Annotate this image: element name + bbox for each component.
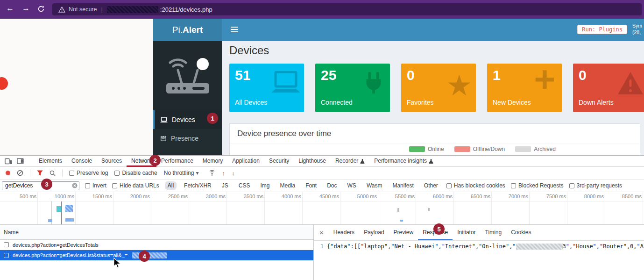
presence-panel: Device presence over time Online Offline… xyxy=(229,123,640,155)
checkbox[interactable] xyxy=(511,183,516,188)
disable-cache-checkbox[interactable]: Disable cache xyxy=(114,170,157,176)
chart-legend: Online Offline/Down Archived xyxy=(409,146,556,152)
request-checkbox[interactable] xyxy=(4,253,9,258)
filter-type-css[interactable]: CSS xyxy=(236,181,253,190)
tab-recorder[interactable]: Recorder xyxy=(331,156,369,167)
card-value: 0 xyxy=(407,67,415,83)
corner-line1: Sym xyxy=(632,22,644,29)
checkbox[interactable] xyxy=(446,183,452,188)
response-viewer[interactable]: 1 {"data":[["laptop","Net - Huawei","Int… xyxy=(314,241,644,250)
tab-sources[interactable]: Sources xyxy=(97,156,127,167)
dock-side-icon[interactable] xyxy=(17,158,24,164)
filter-type-manifest[interactable]: Manifest xyxy=(389,181,416,190)
tab-performance-insights[interactable]: Performance insights xyxy=(369,156,438,167)
card-favorites[interactable]: 0 ★ Favorites xyxy=(401,64,476,112)
request-detail-panel: × Headers Payload Preview Response Initi… xyxy=(314,225,644,280)
close-icon[interactable]: × xyxy=(319,229,324,237)
search-icon[interactable] xyxy=(50,170,56,176)
filter-type-font[interactable]: Font xyxy=(303,181,319,190)
legend-offline[interactable]: Offline/Down xyxy=(454,146,505,152)
card-new-devices[interactable]: 1 + New Devices xyxy=(487,64,562,112)
request-table-header[interactable]: Name xyxy=(0,225,313,240)
preserve-log-checkbox[interactable]: Preserve log xyxy=(69,170,108,176)
timeline-tick: 5500 ms xyxy=(378,194,415,199)
tab-performance[interactable]: Performance xyxy=(156,156,198,167)
filter-type-media[interactable]: Media xyxy=(277,181,298,190)
hide-data-urls-checkbox[interactable]: Hide data URLs xyxy=(112,182,159,189)
filter-type-fetch-xhr[interactable]: Fetch/XHR xyxy=(181,181,214,190)
panel-divider xyxy=(230,144,640,144)
filter-type-other[interactable]: Other xyxy=(421,181,441,190)
filter-type-doc[interactable]: Doc xyxy=(324,181,340,190)
throttling-dropdown[interactable]: No throttling▾ xyxy=(164,170,199,176)
network-bottom-split: Name devices.php?action=getDevicesTotals… xyxy=(0,225,644,280)
sidebar-item-presence-label: Presence xyxy=(171,135,198,142)
card-label: All Devices xyxy=(235,99,267,106)
filter-type-js[interactable]: JS xyxy=(219,181,231,190)
request-name: devices.php?action=getDevicesTotals xyxy=(13,242,99,248)
has-blocked-cookies-checkbox[interactable]: Has blocked cookies xyxy=(446,182,505,189)
legend-label: Archived xyxy=(534,146,556,152)
request-row[interactable]: devices.php?action=getDevicesTotals xyxy=(0,240,313,250)
third-party-requests-checkbox[interactable]: 3rd-party requests xyxy=(569,182,622,189)
timeline-activity-dot xyxy=(428,208,430,211)
tab-security[interactable]: Security xyxy=(264,156,294,167)
app-brand[interactable]: Pi.Alert xyxy=(153,19,222,41)
filter-type-ws[interactable]: WS xyxy=(345,181,359,190)
import-har-icon[interactable]: ↑ xyxy=(222,170,225,177)
tab-memory[interactable]: Memory xyxy=(198,156,227,167)
forward-button[interactable]: → xyxy=(22,4,30,13)
laptop-icon xyxy=(271,71,300,96)
record-button[interactable] xyxy=(6,171,10,175)
request-checkbox[interactable] xyxy=(4,242,9,247)
tab-initiator[interactable]: Initiator xyxy=(453,225,480,240)
card-connected[interactable]: 25 Connected xyxy=(315,64,390,112)
legend-online[interactable]: Online xyxy=(409,146,444,152)
checkbox[interactable] xyxy=(114,171,120,176)
devtools-tabs: Elements Console Sources Network Perform… xyxy=(34,156,438,167)
filter-type-all[interactable]: All xyxy=(165,181,177,190)
network-overview-timeline[interactable]: 500 ms 1000 ms 1500 ms 2000 ms 2500 ms 3… xyxy=(0,192,644,225)
export-har-icon[interactable]: ↓ xyxy=(232,170,235,177)
legend-archived[interactable]: Archived xyxy=(515,146,556,152)
tab-lighthouse[interactable]: Lighthouse xyxy=(294,156,331,167)
filter-input[interactable] xyxy=(2,181,79,190)
tab-console[interactable]: Console xyxy=(67,156,97,167)
checkbox[interactable] xyxy=(69,171,74,176)
response-text: 3","House","Router",0,"Always on" xyxy=(563,243,644,250)
invert-checkbox[interactable]: Invert xyxy=(85,182,106,189)
clear-filter-icon[interactable] xyxy=(72,183,78,190)
filter-type-img[interactable]: Img xyxy=(257,181,272,190)
preserve-log-label: Preserve log xyxy=(77,170,108,176)
run-plugins-button[interactable]: Run: Plugins xyxy=(577,25,627,34)
tab-recorder-label: Recorder xyxy=(335,156,358,166)
legend-swatch-offline xyxy=(454,146,470,152)
back-button[interactable]: ← xyxy=(6,4,14,13)
network-conditions-icon[interactable] xyxy=(209,170,215,176)
address-bar[interactable]: Not secure | :20211/devices.php xyxy=(52,3,642,15)
checkbox[interactable] xyxy=(569,183,574,188)
not-secure-label: Not secure xyxy=(69,6,97,13)
card-label: Down Alerts xyxy=(579,99,614,106)
tab-preview[interactable]: Preview xyxy=(389,225,418,240)
clear-icon[interactable] xyxy=(17,170,23,176)
card-down-alerts[interactable]: 0 Down Alerts xyxy=(573,64,644,112)
tab-elements[interactable]: Elements xyxy=(34,156,67,167)
tab-payload[interactable]: Payload xyxy=(359,225,389,240)
blocked-requests-checkbox[interactable]: Blocked Requests xyxy=(511,182,564,189)
tab-application[interactable]: Application xyxy=(227,156,264,167)
request-row-selected[interactable]: devices.php?action=getDevicesList&status… xyxy=(0,250,313,260)
third-party-requests-label: 3rd-party requests xyxy=(577,182,622,189)
filter-type-wasm[interactable]: Wasm xyxy=(364,181,385,190)
checkbox[interactable] xyxy=(85,183,90,188)
tab-cookies[interactable]: Cookies xyxy=(506,225,536,240)
tab-timing[interactable]: Timing xyxy=(481,225,507,240)
card-all-devices[interactable]: 51 All Devices xyxy=(229,64,304,112)
sidebar-item-presence[interactable]: Presence xyxy=(153,129,222,148)
checkbox[interactable] xyxy=(112,183,117,188)
tab-headers[interactable]: Headers xyxy=(329,225,359,240)
hamburger-menu-icon[interactable] xyxy=(231,27,238,34)
filter-icon[interactable] xyxy=(37,170,43,176)
device-toolbar-icon[interactable] xyxy=(5,158,12,165)
reload-icon[interactable] xyxy=(37,5,45,15)
